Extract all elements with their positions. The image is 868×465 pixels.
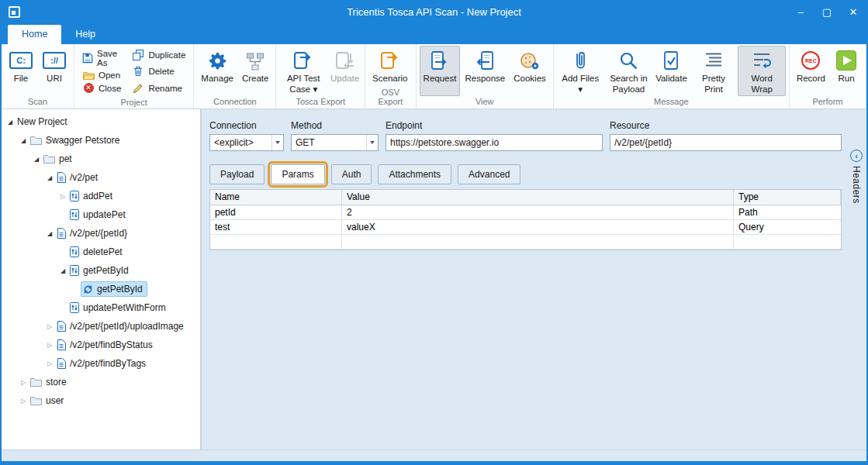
param-value-cell[interactable]: valueX [342, 220, 734, 234]
ribbon-group-view: Request Response Cookies View [417, 44, 554, 108]
open-button[interactable]: Open [81, 68, 123, 81]
column-header-value[interactable]: Value [342, 190, 734, 205]
tree-item-pet[interactable]: pet [2, 150, 200, 168]
tree-label: getPetById [97, 284, 143, 294]
tree-item-new-project[interactable]: New Project [2, 112, 200, 131]
tab-advanced[interactable]: Advanced [458, 164, 520, 184]
tree-item-v2-pet[interactable]: /v2/pet [2, 168, 200, 187]
tree-item-findbystatus[interactable]: /v2/pet/findByStatus [2, 336, 200, 354]
response-view-button[interactable]: Response [461, 46, 509, 96]
pretty-print-button[interactable]: Pretty Print [690, 46, 738, 96]
close-button[interactable]: ✕ [840, 0, 866, 23]
tree-item-swagger-petstore[interactable]: Swagger Petstore [2, 131, 200, 150]
tree-item-v2-pet-petid[interactable]: /v2/pet/{petId} [2, 224, 200, 243]
tree-item-getpetbyid-scan[interactable]: getPetById [2, 280, 200, 298]
ribbon-group-message: Add Files ▾ Search in Payload Validate [554, 44, 790, 108]
expand-arrow-icon[interactable] [5, 119, 15, 126]
headers-panel-label[interactable]: Headers [851, 166, 862, 204]
delete-button[interactable]: Delete [130, 65, 187, 78]
close-project-button[interactable]: ✕ Close [81, 81, 123, 95]
api-test-case-button[interactable]: API Test Case ▾ [279, 46, 327, 96]
expand-arrow-icon[interactable] [58, 267, 67, 274]
endpoint-label: Endpoint [386, 120, 603, 131]
request-view-button[interactable]: Request [420, 46, 461, 96]
endpoint-input[interactable] [386, 134, 603, 151]
record-button[interactable]: REC Record [793, 46, 829, 96]
validate-button[interactable]: Validate [653, 46, 689, 96]
param-value-cell[interactable]: 2 [342, 205, 734, 219]
menubar: Home Help [2, 23, 866, 44]
param-type-cell[interactable] [734, 235, 841, 249]
column-header-type[interactable]: Type [734, 190, 841, 205]
minimize-button[interactable]: – [787, 0, 814, 23]
tree-item-user[interactable]: user [2, 391, 200, 410]
duplicate-button[interactable]: Duplicate [130, 48, 187, 61]
tree-item-updatepet[interactable]: updatePet [2, 205, 200, 224]
maximize-button[interactable]: ▢ [814, 0, 840, 23]
project-tree: New Project Swagger Petstore pet [2, 109, 202, 450]
collapse-arrow-icon[interactable] [45, 342, 54, 349]
collapse-arrow-icon[interactable] [45, 323, 54, 330]
search-in-payload-button[interactable]: Search in Payload [605, 46, 653, 96]
dropdown-arrow-icon[interactable] [271, 135, 283, 150]
expand-arrow-icon[interactable] [32, 156, 41, 163]
update-button[interactable]: Update [328, 46, 361, 96]
add-files-button[interactable]: Add Files ▾ [557, 46, 604, 96]
word-wrap-button[interactable]: Word Wrap [738, 46, 786, 96]
table-row[interactable]: test valueX Query [210, 220, 841, 235]
collapse-arrow-icon[interactable] [19, 398, 28, 405]
resource-input[interactable] [610, 134, 842, 151]
tree-item-addpet[interactable]: addPet [2, 187, 200, 205]
expand-arrow-icon[interactable] [45, 230, 54, 237]
tab-params[interactable]: Params [271, 164, 324, 184]
ribbon-group-scan: C: File :// URI Scan [2, 44, 74, 108]
connection-value: <explicit> [214, 137, 254, 148]
param-type-cell[interactable]: Path [734, 205, 841, 219]
collapse-arrow-icon[interactable] [19, 379, 28, 386]
expand-headers-button[interactable]: ‹ [850, 150, 863, 162]
scenario-button[interactable]: Scenario [368, 46, 411, 87]
table-row-empty[interactable] [210, 235, 841, 250]
menu-tab-home[interactable]: Home [8, 25, 61, 44]
resource-doc-icon [57, 228, 66, 239]
tree-item-updatepetwithform[interactable]: updatePetWithForm [2, 298, 200, 317]
tab-attachments[interactable]: Attachments [378, 164, 451, 184]
column-header-name[interactable]: Name [210, 190, 342, 205]
tree-item-uploadimage[interactable]: /v2/pet/{petId}/uploadImage [2, 317, 200, 336]
param-value-cell[interactable] [342, 235, 734, 249]
dropdown-arrow-icon[interactable] [366, 135, 378, 150]
tab-payload[interactable]: Payload [209, 164, 265, 184]
network-nodes-icon [245, 50, 265, 71]
pencil-icon [132, 82, 144, 94]
expand-arrow-icon[interactable] [45, 174, 54, 181]
param-name-cell[interactable]: petId [210, 205, 342, 219]
param-name-cell[interactable]: test [210, 220, 342, 234]
cookies-view-button[interactable]: Cookies [510, 46, 550, 96]
tree-label: deletePet [83, 246, 123, 257]
collapse-arrow-icon[interactable] [45, 360, 54, 367]
uri-button[interactable]: :// URI [38, 46, 71, 96]
param-name-cell[interactable] [210, 235, 342, 249]
create-button[interactable]: Create [238, 46, 273, 96]
tree-item-findbytags[interactable]: /v2/pet/findByTags [2, 354, 200, 373]
collapse-arrow-icon[interactable] [58, 193, 67, 200]
menu-tab-help[interactable]: Help [61, 25, 109, 44]
rename-button[interactable]: Rename [130, 81, 187, 95]
expand-arrow-icon[interactable] [19, 137, 28, 144]
param-type-cell[interactable]: Query [734, 220, 841, 234]
file-button[interactable]: C: File [5, 46, 37, 96]
manage-button[interactable]: Manage [197, 46, 237, 96]
selected-tree-item[interactable]: getPetById [81, 281, 147, 297]
connection-select[interactable]: <explicit> [209, 134, 284, 151]
tree-item-store[interactable]: store [2, 373, 200, 391]
paperclip-icon [572, 50, 589, 71]
method-select[interactable]: GET [291, 134, 379, 151]
method-label: Method [291, 120, 379, 131]
tree-label: /v2/pet/findByTags [70, 358, 146, 369]
tree-item-getpetbyid[interactable]: getPetById [2, 261, 200, 280]
tab-auth[interactable]: Auth [331, 164, 372, 184]
table-row[interactable]: petId 2 Path [210, 205, 841, 220]
tree-item-deletepet[interactable]: deletePet [2, 243, 200, 261]
run-button[interactable]: Run [830, 46, 863, 96]
save-as-button[interactable]: Save As [81, 48, 123, 68]
